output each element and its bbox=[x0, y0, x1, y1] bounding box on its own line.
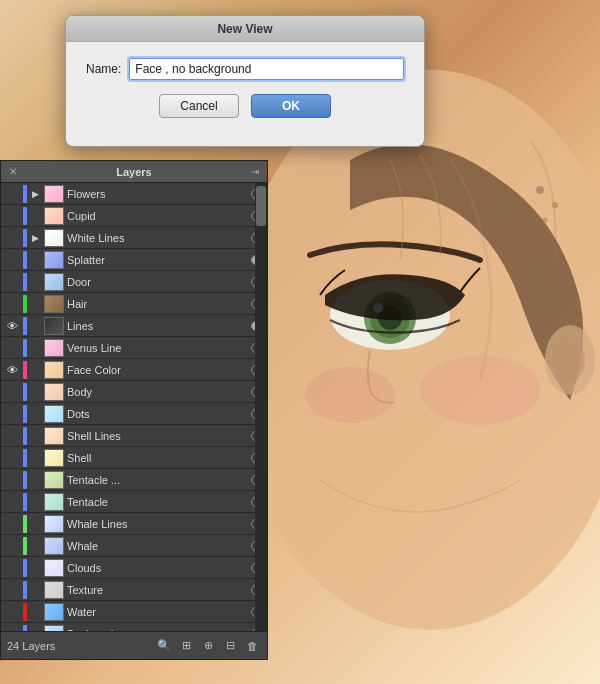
layer-name-label: Shell bbox=[67, 452, 247, 464]
layer-color-bar bbox=[23, 273, 27, 291]
layer-color-bar bbox=[23, 449, 27, 467]
layer-name-label: Tentacle bbox=[67, 496, 247, 508]
layer-thumbnail bbox=[44, 559, 64, 577]
cancel-button[interactable]: Cancel bbox=[159, 94, 239, 118]
layer-row[interactable]: ▶Flowers bbox=[1, 183, 267, 205]
layers-list: ▶FlowersCupid▶White LinesSplatterDoorHai… bbox=[1, 183, 267, 631]
layer-name-label: Body bbox=[67, 386, 247, 398]
layer-expand-icon[interactable]: ▶ bbox=[29, 233, 41, 243]
search-icon[interactable]: 🔍 bbox=[155, 637, 173, 655]
layer-name-label: Tentacle ... bbox=[67, 474, 247, 486]
layer-name-label: Hair bbox=[67, 298, 247, 310]
layer-color-bar bbox=[23, 515, 27, 533]
layer-row[interactable]: Door bbox=[1, 271, 267, 293]
layer-color-bar bbox=[23, 229, 27, 247]
layer-row[interactable]: Hair bbox=[1, 293, 267, 315]
layers-footer: 24 Layers 🔍 ⊞ ⊕ ⊟ 🗑 bbox=[1, 631, 267, 659]
svg-point-7 bbox=[305, 367, 395, 423]
layer-row[interactable]: Texture bbox=[1, 579, 267, 601]
layer-row[interactable]: Clouds bbox=[1, 557, 267, 579]
layer-row[interactable]: Venus Line bbox=[1, 337, 267, 359]
visibility-eye-icon[interactable]: 👁 bbox=[3, 320, 21, 332]
layer-thumbnail bbox=[44, 361, 64, 379]
layer-thumbnail bbox=[44, 383, 64, 401]
layer-row[interactable]: ▶Backroud bbox=[1, 623, 267, 631]
layer-name-label: Texture bbox=[67, 584, 247, 596]
layers-panel-title: Layers bbox=[116, 166, 151, 178]
layer-name-label: Whale Lines bbox=[67, 518, 247, 530]
layer-color-bar bbox=[23, 559, 27, 577]
layer-color-bar bbox=[23, 471, 27, 489]
layer-row[interactable]: Water bbox=[1, 601, 267, 623]
layer-name-label: Water bbox=[67, 606, 247, 618]
layer-row[interactable]: Dots bbox=[1, 403, 267, 425]
close-icon[interactable]: ✕ bbox=[9, 166, 17, 177]
layer-name-label: Shell Lines bbox=[67, 430, 247, 442]
layer-color-bar bbox=[23, 405, 27, 423]
svg-point-10 bbox=[536, 186, 544, 194]
layer-expand-icon[interactable]: ▶ bbox=[29, 189, 41, 199]
layer-color-bar bbox=[23, 295, 27, 313]
layer-row[interactable]: Splatter bbox=[1, 249, 267, 271]
layer-thumbnail bbox=[44, 295, 64, 313]
layer-thumbnail bbox=[44, 515, 64, 533]
layer-thumbnail bbox=[44, 405, 64, 423]
layer-row[interactable]: Whale Lines bbox=[1, 513, 267, 535]
layer-thumbnail bbox=[44, 251, 64, 269]
layer-color-bar bbox=[23, 603, 27, 621]
new-layer-icon[interactable]: ⊞ bbox=[177, 637, 195, 655]
layer-name-label: Cupid bbox=[67, 210, 247, 222]
dialog-title: New View bbox=[217, 22, 272, 36]
expand-icon[interactable]: ⇥ bbox=[251, 166, 259, 177]
layer-color-bar bbox=[23, 427, 27, 445]
layer-thumbnail bbox=[44, 273, 64, 291]
svg-point-12 bbox=[543, 218, 548, 223]
layer-row[interactable]: Body bbox=[1, 381, 267, 403]
layer-thumbnail bbox=[44, 207, 64, 225]
layer-row[interactable]: 👁Face Color bbox=[1, 359, 267, 381]
layer-name-label: Whale bbox=[67, 540, 247, 552]
name-input[interactable] bbox=[129, 58, 404, 80]
ok-button[interactable]: OK bbox=[251, 94, 331, 118]
layer-thumbnail bbox=[44, 449, 64, 467]
layer-row[interactable]: 👁Lines bbox=[1, 315, 267, 337]
layer-color-bar bbox=[23, 537, 27, 555]
layer-color-bar bbox=[23, 493, 27, 511]
layer-name-label: Door bbox=[67, 276, 247, 288]
layer-name-label: Venus Line bbox=[67, 342, 247, 354]
new-view-dialog: New View Name: Cancel OK bbox=[65, 15, 425, 147]
layer-row[interactable]: ▶White Lines bbox=[1, 227, 267, 249]
svg-point-11 bbox=[552, 202, 558, 208]
layer-color-bar bbox=[23, 317, 27, 335]
scroll-thumb[interactable] bbox=[256, 186, 266, 226]
layer-thumbnail bbox=[44, 471, 64, 489]
layers-panel-header: ✕ Layers ⇥ bbox=[1, 161, 267, 183]
layer-color-bar bbox=[23, 361, 27, 379]
visibility-eye-icon[interactable]: 👁 bbox=[3, 364, 21, 376]
dialog-body: Name: Cancel OK bbox=[66, 42, 424, 130]
layer-thumbnail bbox=[44, 427, 64, 445]
layer-color-bar bbox=[23, 251, 27, 269]
duplicate-icon[interactable]: ⊕ bbox=[199, 637, 217, 655]
layer-thumbnail bbox=[44, 229, 64, 247]
layer-row[interactable]: Shell bbox=[1, 447, 267, 469]
layer-name-label: Clouds bbox=[67, 562, 247, 574]
dialog-titlebar: New View bbox=[66, 16, 424, 42]
layer-name-label: White Lines bbox=[67, 232, 247, 244]
layer-row[interactable]: Cupid bbox=[1, 205, 267, 227]
layer-count: 24 Layers bbox=[7, 640, 151, 652]
layer-row[interactable]: Whale bbox=[1, 535, 267, 557]
layer-thumbnail bbox=[44, 317, 64, 335]
layer-color-bar bbox=[23, 185, 27, 203]
layer-row[interactable]: Shell Lines bbox=[1, 425, 267, 447]
delete-icon[interactable]: 🗑 bbox=[243, 637, 261, 655]
layer-row[interactable]: Tentacle bbox=[1, 491, 267, 513]
layer-thumbnail bbox=[44, 493, 64, 511]
group-icon[interactable]: ⊟ bbox=[221, 637, 239, 655]
layer-name-label: Lines bbox=[67, 320, 247, 332]
layer-row[interactable]: Tentacle ... bbox=[1, 469, 267, 491]
dialog-buttons: Cancel OK bbox=[86, 94, 404, 118]
name-label: Name: bbox=[86, 62, 121, 76]
name-row: Name: bbox=[86, 58, 404, 80]
scrollbar[interactable] bbox=[255, 183, 267, 631]
